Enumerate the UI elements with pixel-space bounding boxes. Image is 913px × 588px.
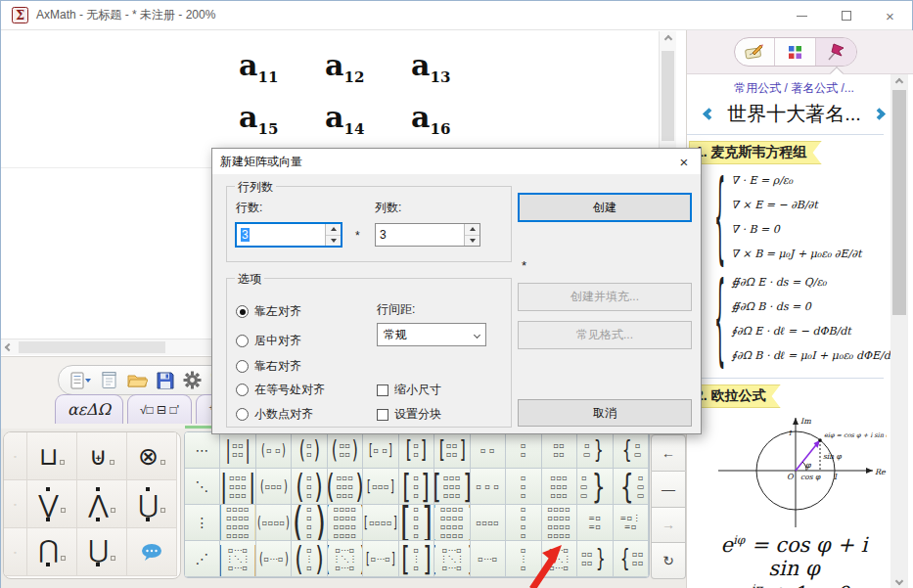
nary-symbol-cell[interactable]: ⋂ <box>27 528 77 576</box>
matrix-template-cell[interactable]: [▫▫▫▫] <box>434 432 470 469</box>
matrix-template-cell[interactable]: [▫▫▫▫] <box>363 505 398 541</box>
checkbox-设置分块[interactable]: 设置分块 <box>377 406 441 423</box>
clipped-palette-cell[interactable]: ▫ <box>4 432 27 480</box>
matrix-template-cell[interactable]: (▫▫▫) <box>292 469 327 505</box>
matrix-template-cell[interactable]: (▫▫▫▫) <box>292 505 327 541</box>
nary-symbol-cell[interactable]: ⊔ <box>27 432 77 480</box>
prev-collection-icon[interactable] <box>703 108 715 120</box>
open-folder-icon[interactable] <box>127 372 148 388</box>
euler-circle-diagram[interactable]: Im Re O 1 1 φ cos φ sin φ eiφ = cos φ + … <box>705 412 887 531</box>
matrix-template-cell[interactable]: [▫⋯▫⋮⋱⋮▫⋯▫] <box>434 541 470 577</box>
matrix-template-cell[interactable]: [▫▫▫▫▫▫▫▫▫] <box>434 469 470 505</box>
scroll-up-button[interactable] <box>890 74 908 90</box>
matrix-template-cell[interactable]: ▫▫▫▫ <box>506 505 541 541</box>
radio-小数点对齐[interactable]: 小数点对齐 <box>236 406 313 423</box>
matrix-template-cell[interactable]: ▫▫▫▫} <box>577 541 613 577</box>
dialog-close-button[interactable]: × <box>667 149 701 174</box>
gallery-scrollbar[interactable] <box>890 74 908 588</box>
symbol-tab-0[interactable]: αεΔΩ <box>55 394 123 424</box>
radio-居中对齐[interactable]: 居中对齐 <box>236 333 301 349</box>
scroll-down-button[interactable] <box>890 573 908 588</box>
matrix-template-cell[interactable]: {▫▭▭ <box>614 469 649 505</box>
matrix-template-cell[interactable]: [▫ ▫] <box>363 432 398 469</box>
matrix-template-cell[interactable]: (▫▫▫▫) <box>328 432 363 469</box>
matrix-template-cell[interactable]: [▫▫▫▫▫▫▫▫▫▫▫▫▫▫▫▫] <box>434 505 470 541</box>
symbol-tab-1[interactable]: √□ ⊟ □' <box>127 394 192 424</box>
matrix-template-cell[interactable]: [▫⋯▫] <box>363 541 398 577</box>
nary-symbol-cell[interactable] <box>127 528 177 576</box>
matrix-template-cell[interactable]: {▫▫▫▫ <box>614 541 649 577</box>
matrix-template-cell[interactable]: ▫ ▫ ▫ <box>471 469 506 505</box>
section-label-maxwell[interactable]: 1. 麦克斯韦方程组 <box>689 141 822 164</box>
category-tab[interactable] <box>775 38 815 66</box>
matrix-template-cell[interactable]: (▫▫▫▫) <box>256 505 292 541</box>
checkbox-缩小尺寸[interactable]: 缩小尺寸 <box>377 382 441 398</box>
close-button[interactable]: × <box>868 1 912 30</box>
cols-spinner[interactable] <box>464 224 479 246</box>
dialog-title-bar[interactable]: 新建矩阵或向量 <box>212 149 701 174</box>
euler-formula[interactable]: eiφ = cos φ + i sin φ <box>705 533 884 580</box>
matrix-template-cell[interactable]: ⋯ <box>185 432 220 469</box>
matrix-template-cell[interactable]: (▫⋮▫) <box>292 541 327 577</box>
matrix-template-cell[interactable]: (▫▫▫) <box>256 469 292 505</box>
nary-symbol-cell[interactable]: ⋁ <box>27 480 77 528</box>
matrix-template-cell[interactable]: [▫▫▫▫] <box>399 505 434 541</box>
matrix-template-cell[interactable]: ▫ ▫ <box>471 432 506 469</box>
matrix-template-cell[interactable]: ▫▭▭} <box>577 469 613 505</box>
matrix-template-cell[interactable]: ▫▭} <box>577 432 613 469</box>
rows-input[interactable]: 3 <box>236 223 342 247</box>
handwriting-tab[interactable] <box>735 38 775 66</box>
matrix-template-cell[interactable]: (▫▫▫▫▫▫▫▫▫▫▫▫▫▫▫▫) <box>328 505 363 541</box>
cancel-button[interactable]: 取消 <box>518 399 692 427</box>
palette-nav-button-0[interactable]: ← <box>651 434 686 472</box>
common-formats-button[interactable]: 常见格式... <box>518 321 692 349</box>
matrix-template-cell[interactable]: ⋮ <box>185 505 220 541</box>
maxwell-integral-equations[interactable]: { ∯∂Ω E · ds = Q/ε₀∯∂Ω B · ds = 0∮∂Ω E ·… <box>712 270 884 368</box>
matrix-template-cell[interactable]: (▫ ▫) <box>256 432 292 469</box>
matrix-template-cell[interactable]: ▫⋯▫ <box>471 541 506 577</box>
create-button[interactable]: 创建 <box>518 193 692 222</box>
matrix-template-cell[interactable]: ⋱ <box>185 469 220 505</box>
collection-title[interactable]: 世界十大著名... <box>727 101 861 127</box>
matrix-template-cell[interactable]: [▫⋮▫] <box>399 541 434 577</box>
matrix-template-cell[interactable]: (▫⋯▫⋮⋱⋮▫⋯▫) <box>328 541 363 577</box>
menu-icon[interactable] <box>70 372 92 389</box>
matrix-template-cell[interactable]: |▫▫▫▫| <box>220 432 255 469</box>
matrix-template-cell[interactable]: ▫▫▫▫▫▫▫▫▫ <box>542 469 577 505</box>
matrix-template-cell[interactable]: (▫⋯▫) <box>256 541 292 577</box>
palette-nav-button-2[interactable]: → <box>651 508 686 544</box>
scroll-thumb[interactable] <box>892 90 906 315</box>
clipped-palette-cell[interactable]: ▫ <box>4 528 27 576</box>
next-collection-icon[interactable] <box>873 108 886 120</box>
scroll-thumb[interactable] <box>19 341 165 353</box>
palette-nav-button-3[interactable]: ↻ <box>651 543 686 579</box>
matrix-template-cell[interactable]: ▫▫▫▫ <box>542 432 577 469</box>
matrix-template-cell[interactable]: ▫▫▫▫▫▫▫▫▫▫▫▫▫▫▫▫ <box>542 505 577 541</box>
matrix-template-cell[interactable]: [▫▫▫] <box>399 469 434 505</box>
radio-靠左对齐[interactable]: 靠左对齐 <box>236 303 301 320</box>
matrix-template-cell[interactable]: {▫▭ <box>614 432 649 469</box>
matrix-template-cell[interactable]: =▫⋮=▫ <box>614 505 649 541</box>
create-and-fill-button[interactable]: 创建并填充... <box>518 283 692 311</box>
scroll-left-button[interactable] <box>1 339 17 355</box>
matrix-template-cell[interactable]: ▫▫ <box>506 432 541 469</box>
matrix-template-cell[interactable]: =▫=▫ <box>577 505 613 541</box>
new-document-icon[interactable] <box>101 371 118 389</box>
matrix-template-cell[interactable]: ⋰ <box>185 541 220 577</box>
nary-symbol-cell[interactable]: ⊗ <box>127 432 177 480</box>
radio-靠右对齐[interactable]: 靠右对齐 <box>236 358 301 375</box>
clipped-palette-cell[interactable]: ▫ <box>4 480 27 528</box>
maximize-button[interactable] <box>824 1 868 30</box>
nary-symbol-cell[interactable]: ⋀ <box>77 480 127 528</box>
rows-spinner[interactable] <box>325 224 341 246</box>
matrix-template-cell[interactable]: |▫▫▫▫▫▫▫▫▫| <box>220 469 255 505</box>
row-spacing-select[interactable]: 常规 <box>377 323 486 346</box>
matrix-template-cell[interactable]: (▫▫▫▫▫▫▫▫▫) <box>328 469 363 505</box>
palette-nav-button-1[interactable]: — <box>651 472 686 508</box>
radio-在等号处对齐[interactable]: 在等号处对齐 <box>236 382 325 398</box>
scroll-up-button[interactable] <box>660 31 676 47</box>
matrix-template-cell[interactable]: [▫▫▫] <box>363 469 398 505</box>
matrix-template-cell[interactable]: |▫⋯▫⋮⋱⋮▫⋯▫| <box>220 541 255 577</box>
maxwell-differential-equations[interactable]: { ∇ · E = ρ/ε₀∇ × E = − ∂B/∂t∇ · B = 0∇ … <box>712 168 884 266</box>
cols-input[interactable]: 3 <box>375 223 480 247</box>
